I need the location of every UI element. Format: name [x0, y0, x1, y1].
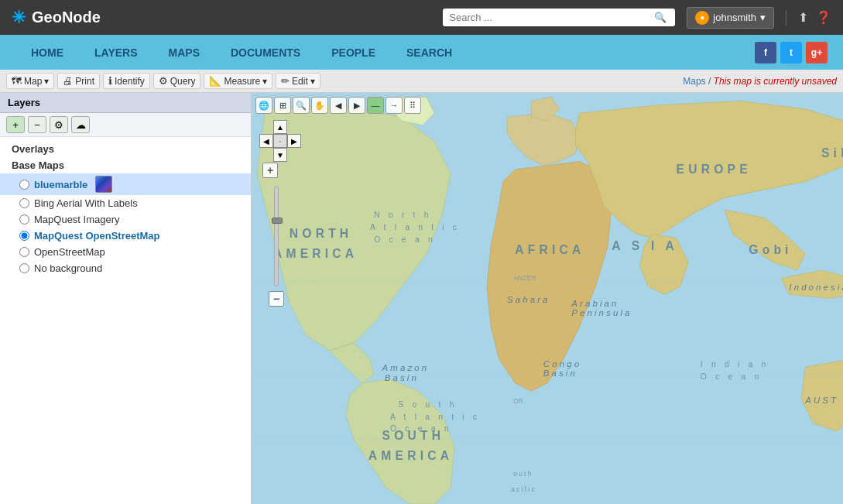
toolbar: 🗺 Map ▾ 🖨 Print ℹ Identify ⚙ Query 📐 Mea…	[0, 70, 843, 93]
upload-icon[interactable]: ⬆	[798, 10, 808, 25]
nav-documents[interactable]: DOCUMENTS	[215, 35, 316, 70]
layer-item-bing[interactable]: Bing Aerial With Labels	[0, 195, 251, 211]
zoom-slider-thumb[interactable]	[272, 218, 283, 224]
nav-layers[interactable]: LAYERS	[79, 35, 153, 70]
print-icon: 🖨	[63, 75, 73, 87]
label-ocean: O c e a n	[374, 235, 436, 244]
label-congo: Congo	[543, 359, 581, 369]
search-input[interactable]	[449, 12, 650, 23]
layers-content: Overlays Base Maps bluemarble Bing Aeria…	[0, 137, 251, 504]
main-nav: HOME LAYERS MAPS DOCUMENTS PEOPLE SEARCH…	[0, 35, 843, 70]
label-or: OR	[513, 397, 523, 405]
twitter-btn[interactable]: t	[780, 42, 802, 63]
pan-controls: ▲ ◀ · ▶ ▼	[259, 120, 301, 162]
map-prev-btn[interactable]: ◀	[330, 97, 347, 114]
pan-up-btn[interactable]: ▲	[273, 120, 287, 134]
nav-home[interactable]: HOME	[15, 35, 79, 70]
label-amazon: Amazon	[382, 363, 430, 372]
nav-maps[interactable]: MAPS	[153, 35, 215, 70]
pan-down-btn[interactable]: ▼	[273, 148, 287, 162]
measure-icon: 📐	[209, 75, 221, 87]
label-sahara: Sahara	[507, 295, 550, 304]
map-search-btn[interactable]: 🔍	[293, 97, 310, 114]
query-button[interactable]: ⚙ Query	[153, 73, 201, 89]
add-layer-btn[interactable]: +	[6, 116, 25, 133]
label-gobi: Gobi	[749, 243, 792, 256]
world-map-svg: NORTH AMERICA SOUTH AMERICA A S I A AFRI…	[252, 93, 843, 504]
map-button[interactable]: 🗺 Map ▾	[6, 73, 54, 89]
layer-radio-mapquest-osm[interactable]	[19, 231, 29, 241]
map-grid-btn[interactable]: ⠿	[404, 97, 421, 114]
divider	[786, 10, 786, 26]
map-pan-btn[interactable]: ✋	[311, 97, 328, 114]
logo-text: GeoNode	[32, 9, 101, 26]
map-globe-btn[interactable]: 🌐	[255, 97, 272, 114]
layer-item-mapquest[interactable]: MapQuest Imagery	[0, 211, 251, 228]
label-pacific: a c i f i c	[511, 485, 535, 493]
map-toolbar: 🌐 ⊞ 🔍 ✋ ◀ ▶ — → ⠿	[255, 97, 421, 114]
label-asia: A S I A	[612, 239, 678, 252]
layer-item-nobg[interactable]: No background	[0, 260, 251, 276]
identify-icon: ℹ	[108, 75, 112, 87]
search-icon[interactable]: 🔍	[654, 12, 667, 23]
layer-item-osm[interactable]: OpenStreetMap	[0, 244, 251, 260]
layer-radio-bing[interactable]	[19, 198, 29, 208]
label-europe: EUROPE	[677, 163, 752, 176]
layer-radio-bluemarble[interactable]	[19, 180, 29, 190]
cloud-layer-btn[interactable]: ☁	[71, 116, 90, 133]
breadcrumb-maps-link[interactable]: Maps	[683, 76, 705, 87]
layer-item-bluemarble[interactable]: bluemarble	[0, 173, 251, 195]
settings-layer-btn[interactable]: ⚙	[50, 116, 68, 133]
layer-radio-mapquest[interactable]	[19, 214, 29, 225]
map-arrow-btn[interactable]: →	[386, 97, 403, 114]
user-dropdown-icon: ▾	[760, 12, 766, 23]
layer-label-bing: Bing Aerial With Labels	[34, 197, 138, 209]
remove-layer-icon: −	[34, 119, 40, 131]
identify-button[interactable]: ℹ Identify	[103, 73, 150, 89]
layer-thumbnail-bluemarble	[95, 176, 112, 193]
remove-layer-btn[interactable]: −	[28, 116, 46, 133]
query-label: Query	[170, 76, 196, 87]
breadcrumb: Maps / This map is currently unsaved	[683, 76, 837, 87]
map-next-btn[interactable]: ▶	[348, 97, 365, 114]
facebook-btn[interactable]: f	[755, 42, 776, 63]
help-icon[interactable]: ❓	[816, 10, 831, 25]
user-button[interactable]: ● johnsmith ▾	[687, 7, 774, 29]
nav-search[interactable]: SEARCH	[391, 35, 468, 70]
print-button[interactable]: 🖨 Print	[57, 73, 100, 89]
measure-label: Measure	[224, 76, 260, 87]
layer-label-mapquest: MapQuest Imagery	[34, 214, 120, 225]
layer-label-osm: OpenStreetMap	[34, 246, 105, 258]
zoom-out-btn[interactable]: −	[269, 291, 284, 307]
search-bar: 🔍	[443, 9, 675, 26]
label-america: AMERICA	[273, 247, 358, 260]
map-link-btn[interactable]: —	[367, 97, 384, 114]
layer-radio-osm[interactable]	[19, 247, 29, 257]
nav-people[interactable]: PEOPLE	[316, 35, 391, 70]
label-ocean2: O c e a n	[390, 424, 452, 433]
social-links: f t g+	[755, 42, 828, 63]
layer-radio-nobg[interactable]	[19, 263, 29, 273]
label-peninsula: Peninsula	[571, 308, 632, 317]
measure-button[interactable]: 📐 Measure ▾	[204, 73, 272, 89]
label-america2: AMERICA	[368, 449, 453, 462]
layer-item-mapquest-osm[interactable]: MapQuest OpenStreetMap	[0, 228, 251, 244]
label-africa: AFRICA	[515, 243, 584, 256]
zoom-controls: +	[262, 163, 278, 178]
label-ocean3: O c e a n	[701, 372, 762, 381]
breadcrumb-unsaved: This map is currently unsaved	[714, 76, 837, 87]
gplus-btn[interactable]: g+	[806, 42, 828, 63]
zoom-in-btn[interactable]: +	[262, 163, 278, 178]
basemaps-section: Base Maps	[0, 157, 251, 173]
edit-button[interactable]: ✏ Edit ▾	[276, 73, 320, 89]
pan-right-btn[interactable]: ▶	[287, 134, 301, 148]
user-avatar: ●	[695, 11, 709, 25]
zoom-slider-track[interactable]	[274, 186, 279, 286]
pan-left-btn[interactable]: ◀	[259, 134, 273, 148]
label-north-atlantic: N o r t h	[374, 211, 432, 219]
edit-icon: ✏	[281, 75, 290, 87]
map-zoom-extent-btn[interactable]: ⊞	[274, 97, 291, 114]
pan-center-btn[interactable]: ·	[273, 134, 287, 148]
map-label: Map	[24, 76, 42, 87]
label-atlantic: A t l a n t i c	[370, 223, 460, 231]
